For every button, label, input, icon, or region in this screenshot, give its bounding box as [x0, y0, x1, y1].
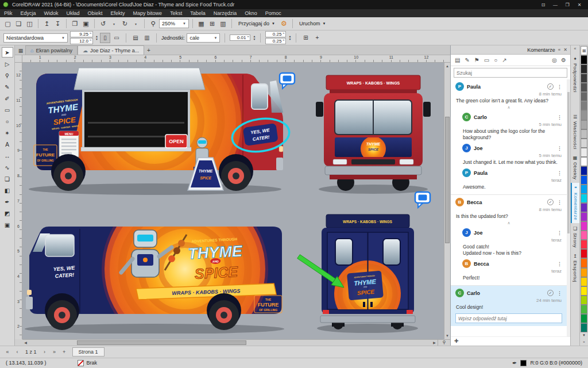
palette-swatch[interactable] [581, 74, 587, 83]
workspace-icon[interactable]: ⊡ [537, 1, 549, 9]
canvas-horizontal-scrollbar[interactable]: ◀ ▶ [22, 339, 438, 346]
connector-tool-icon[interactable]: ∿ [2, 163, 13, 172]
horizontal-ruler[interactable]: 123 456 789 101112 [22, 55, 444, 63]
palette-swatch[interactable] [581, 286, 587, 296]
outline-pen-icon[interactable]: ✒ [512, 360, 517, 366]
palette-swatch[interactable] [581, 231, 587, 240]
add-preset-icon[interactable]: + [312, 33, 322, 43]
menu-plik[interactable]: Plik [0, 10, 17, 16]
comment-marker-icon[interactable] [415, 192, 430, 208]
scroll-right-icon[interactable]: ▶ [431, 339, 438, 346]
units-combo[interactable]: cale ▼ [187, 33, 220, 43]
palette-swatch[interactable] [581, 129, 587, 139]
comment-menu-icon[interactable]: ⋮ [557, 200, 562, 205]
paste-icon[interactable]: ▣ [81, 19, 91, 29]
minimize-button[interactable]: — [550, 1, 561, 9]
comment-reply[interactable]: J Joe ⋮ teraz Good catch! Updated now - … [451, 225, 567, 256]
ellipse-tool-icon[interactable]: ○ [2, 117, 13, 126]
comment-menu-icon[interactable]: ⋮ [557, 114, 562, 120]
docker-tab-podpowiedzi[interactable]: ✦ Podpowiedzi [571, 53, 579, 95]
save-icon[interactable]: ◫ [25, 19, 34, 29]
duplicate-stepper[interactable]: ▲▼ [288, 35, 291, 41]
duplicate-x-field[interactable]: 0.25 " [265, 31, 286, 37]
comment-menu-icon[interactable]: ⋮ [557, 261, 562, 267]
comment-menu-icon[interactable]: ⋮ [557, 170, 562, 176]
zoom-fit-button[interactable]: ⚲ [438, 339, 450, 346]
comment-reply[interactable]: P Paula ⋮ teraz Awesome. [451, 166, 567, 190]
comment-reply[interactable]: B Becca ⋮ teraz Perfect! [451, 256, 567, 281]
drop-shadow-tool-icon[interactable]: ❏ [2, 174, 13, 183]
palette-swatch[interactable] [581, 64, 587, 74]
interactive-fill-tool-icon[interactable]: ◩ [2, 209, 13, 218]
palette-swatch[interactable] [581, 139, 587, 148]
tab-welcome-screen[interactable]: ⌂ Ekran powitalny [25, 45, 78, 55]
collaborators-icon[interactable]: ◎ [552, 57, 557, 63]
shape-tool-icon[interactable]: ▷ [2, 59, 13, 68]
close-button[interactable]: ✕ [574, 1, 585, 9]
palette-swatch[interactable] [581, 314, 587, 323]
comment-thread-selected[interactable]: C Carlo ✓ ⋮ 24 min temu Cool design! [451, 286, 567, 326]
menu-okno[interactable]: Okno [241, 10, 261, 16]
outline-color-swatch[interactable] [520, 360, 527, 366]
nudge-distance-field[interactable]: 0.01 " [230, 34, 250, 41]
view-layout-icon[interactable]: ▥ [218, 19, 228, 29]
comment-menu-icon[interactable]: ⋮ [557, 290, 562, 296]
arrow-annotation-icon[interactable]: ↗ [502, 57, 506, 63]
comment-marker-icon[interactable] [280, 73, 295, 89]
palette-swatch[interactable] [581, 277, 587, 286]
page-width-field[interactable]: 9.25 " [70, 31, 93, 37]
vertical-ruler[interactable]: 121110 987 654 32 [15, 63, 22, 339]
comments-scrollbar[interactable] [567, 79, 570, 336]
fill-none-icon[interactable] [78, 360, 84, 366]
page-height-field[interactable]: 12.0 " [70, 38, 93, 44]
menu-edycja[interactable]: Edycja [17, 10, 40, 16]
truck-rear-view[interactable]: WRAPS · KABOBS · WINGS [317, 214, 418, 333]
palette-swatch[interactable] [581, 175, 587, 185]
first-page-icon[interactable]: « [3, 347, 11, 356]
previous-page-icon[interactable]: ‹ [13, 347, 21, 356]
comment-menu-icon[interactable]: ⋮ [557, 230, 562, 236]
zoom-level-combo[interactable]: 250% ▼ [159, 19, 189, 28]
rectangle-tool-icon[interactable]: ▭ [2, 105, 13, 114]
export-icon[interactable]: ↧ [53, 19, 63, 29]
comment-thread[interactable]: P Paula ✓ ⋮ 8 min temu The green color i… [451, 79, 567, 190]
next-page-icon[interactable]: › [41, 347, 49, 356]
add-page-icon[interactable]: + [60, 347, 68, 356]
scroll-down-icon[interactable]: ▼ [444, 333, 451, 339]
restore-button[interactable]: ❐ [562, 1, 573, 9]
add-note-icon[interactable]: ▤ [455, 57, 460, 63]
fullscreen-preview-icon[interactable]: ⊞ [207, 19, 217, 29]
nudge-stepper[interactable]: ▲▼ [253, 35, 256, 41]
docker-collapse-icon[interactable]: « [558, 47, 560, 52]
palette-swatch[interactable] [581, 185, 587, 194]
comment-thread[interactable]: B Becca ✓ ⋮ 8 min temu Is this the updat… [451, 195, 567, 281]
docker-tab-strony[interactable]: ❏ Strony [571, 223, 579, 251]
artistic-media-tool-icon[interactable]: ✐ [2, 94, 13, 103]
palette-swatch[interactable] [581, 240, 587, 249]
palette-swatch[interactable] [581, 323, 587, 332]
menu-efekty[interactable]: Efekty [107, 10, 129, 16]
comment-reply[interactable]: C Carlo ⋮ 5 min temu How about using the… [451, 110, 567, 141]
docker-tab-komentarze[interactable]: ❝ Komentarze [571, 183, 579, 223]
undo-dropdown-icon[interactable]: ▾ [109, 19, 119, 29]
palette-swatch[interactable] [581, 120, 587, 129]
page-size-stepper[interactable]: ▲▼ [95, 35, 98, 41]
collapse-replies-icon[interactable]: ∧ [451, 220, 567, 225]
truck-side-open-view[interactable]: ADVENTURES THROUGH THYME AND SPICE WRAPS… [29, 63, 291, 208]
redo-icon[interactable]: ↻ [120, 19, 130, 29]
polygon-tool-icon[interactable]: ✶ [2, 128, 13, 137]
canvas-vertical-scrollbar[interactable]: ▲ ▼ [444, 63, 450, 339]
comments-settings-icon[interactable]: ⚙ [561, 57, 566, 63]
menu-narzedzia[interactable]: Narzędzia [210, 10, 241, 16]
tab-document[interactable]: ☁ Joe Diaz - Thyme a... [78, 45, 144, 55]
menu-uklad[interactable]: Układ [63, 10, 84, 16]
collapse-replies-icon[interactable]: ∧ [451, 104, 567, 110]
palette-swatch[interactable] [581, 101, 587, 110]
menu-obiekt[interactable]: Obiekt [84, 10, 107, 16]
dimension-tool-icon[interactable]: ↔ [2, 151, 13, 160]
treat-as-filled-icon[interactable]: ⊞ [301, 33, 310, 43]
palette-swatch[interactable] [581, 110, 587, 120]
resolve-check-icon[interactable]: ✓ [547, 83, 554, 90]
palette-swatch[interactable] [581, 212, 587, 221]
palette-swatch[interactable] [581, 157, 587, 166]
